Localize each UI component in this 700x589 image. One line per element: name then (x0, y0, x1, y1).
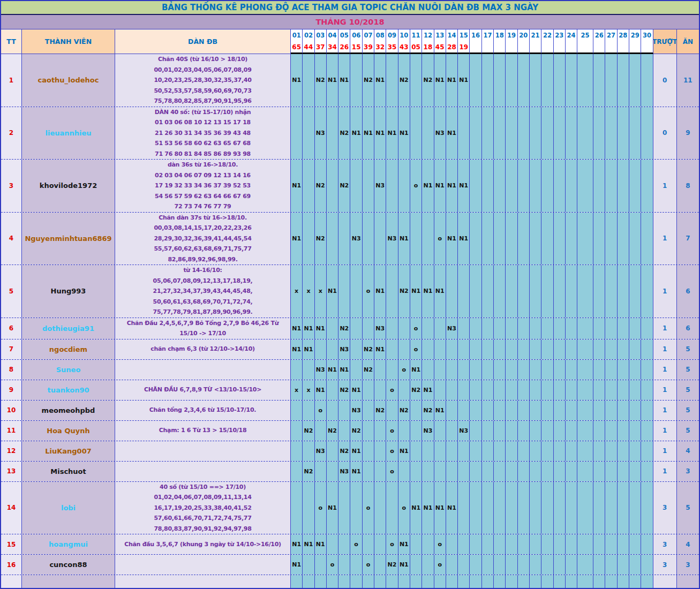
member-name[interactable]: ngocdiem (22, 339, 115, 359)
day-cell[interactable]: o (410, 318, 422, 339)
day-cell[interactable] (593, 441, 605, 461)
day-cell[interactable] (593, 555, 605, 575)
day-cell[interactable] (338, 265, 350, 318)
day-cell[interactable] (618, 441, 629, 461)
day-cell[interactable] (541, 265, 553, 318)
day-cell[interactable] (629, 107, 641, 160)
day-cell[interactable] (482, 482, 494, 534)
day-cell[interactable] (434, 441, 446, 461)
member-name[interactable]: hoangmui (22, 534, 115, 554)
member-name[interactable]: Mischuot (22, 462, 115, 481)
day-cell[interactable] (363, 534, 374, 554)
day-cell[interactable] (593, 213, 605, 265)
day-cell[interactable] (541, 380, 553, 400)
day-cell[interactable] (566, 265, 577, 318)
day-cell[interactable] (605, 318, 617, 339)
day-cell[interactable] (618, 339, 629, 359)
day-cell[interactable] (641, 160, 653, 212)
day-cell[interactable]: N3 (434, 107, 446, 160)
day-cell[interactable]: N1 (422, 482, 434, 534)
day-cell[interactable] (470, 555, 481, 575)
day-cell[interactable]: N1 (291, 534, 303, 554)
day-cell[interactable] (629, 421, 641, 441)
day-cell[interactable] (291, 401, 303, 420)
day-cell[interactable]: N1 (446, 482, 458, 534)
day-cell[interactable]: o (315, 482, 327, 534)
day-cell[interactable] (446, 462, 458, 481)
day-cell[interactable] (482, 213, 494, 265)
day-cell[interactable] (618, 265, 629, 318)
day-cell[interactable] (618, 482, 629, 534)
day-cell[interactable]: N2 (363, 360, 374, 380)
day-cell[interactable] (618, 462, 629, 481)
day-cell[interactable] (629, 160, 641, 212)
day-cell[interactable]: N1 (398, 107, 410, 160)
day-cell[interactable]: N3 (338, 339, 350, 359)
day-cell[interactable] (506, 318, 517, 339)
day-cell[interactable]: N2 (338, 107, 350, 160)
day-cell[interactable] (398, 462, 410, 481)
day-cell[interactable] (577, 441, 593, 461)
day-cell[interactable] (350, 265, 362, 318)
day-cell[interactable]: N2 (363, 339, 374, 359)
day-cell[interactable] (446, 380, 458, 400)
day-cell[interactable] (629, 265, 641, 318)
day-cell[interactable]: N3 (374, 160, 386, 212)
day-cell[interactable]: N1 (422, 160, 434, 212)
day-cell[interactable]: N1 (315, 534, 327, 554)
day-cell[interactable] (605, 534, 617, 554)
day-cell[interactable]: N1 (374, 54, 386, 107)
day-cell[interactable] (518, 401, 530, 420)
day-cell[interactable] (386, 401, 398, 420)
day-cell[interactable] (291, 462, 303, 481)
day-cell[interactable] (506, 441, 517, 461)
day-cell[interactable] (518, 213, 530, 265)
day-cell[interactable] (518, 441, 530, 461)
day-cell[interactable] (506, 401, 517, 420)
day-cell[interactable] (410, 213, 422, 265)
day-cell[interactable] (291, 421, 303, 441)
day-cell[interactable] (605, 265, 617, 318)
day-cell[interactable] (566, 555, 577, 575)
day-cell[interactable] (327, 160, 338, 212)
day-cell[interactable] (518, 482, 530, 534)
day-cell[interactable] (541, 339, 553, 359)
day-cell[interactable] (363, 462, 374, 481)
day-cell[interactable] (593, 54, 605, 107)
day-cell[interactable] (315, 339, 327, 359)
day-cell[interactable] (593, 360, 605, 380)
day-cell[interactable] (494, 360, 506, 380)
day-cell[interactable] (338, 534, 350, 554)
day-cell[interactable] (398, 421, 410, 441)
day-cell[interactable] (530, 54, 541, 107)
day-cell[interactable]: o (386, 380, 398, 400)
day-cell[interactable] (554, 213, 566, 265)
day-cell[interactable] (541, 401, 553, 420)
day-cell[interactable] (338, 555, 350, 575)
member-name[interactable]: tuankon90 (22, 380, 115, 400)
member-name[interactable]: lieuannhieu (22, 107, 115, 160)
day-cell[interactable]: N1 (303, 318, 314, 339)
day-cell[interactable] (605, 462, 617, 481)
day-cell[interactable] (303, 160, 314, 212)
member-name[interactable]: LiuKang007 (22, 441, 115, 461)
day-cell[interactable] (593, 339, 605, 359)
day-cell[interactable] (629, 339, 641, 359)
day-cell[interactable] (386, 482, 398, 534)
day-cell[interactable] (593, 401, 605, 420)
day-cell[interactable] (458, 555, 470, 575)
day-cell[interactable] (458, 462, 470, 481)
day-cell[interactable] (446, 265, 458, 318)
day-cell[interactable]: N1 (398, 534, 410, 554)
day-cell[interactable] (577, 54, 593, 107)
day-cell[interactable] (338, 213, 350, 265)
day-cell[interactable] (554, 534, 566, 554)
day-cell[interactable] (518, 360, 530, 380)
day-cell[interactable] (641, 380, 653, 400)
day-cell[interactable] (605, 213, 617, 265)
day-cell[interactable]: N2 (398, 265, 410, 318)
day-cell[interactable] (363, 160, 374, 212)
day-cell[interactable] (618, 380, 629, 400)
day-cell[interactable] (446, 441, 458, 461)
day-cell[interactable] (641, 534, 653, 554)
